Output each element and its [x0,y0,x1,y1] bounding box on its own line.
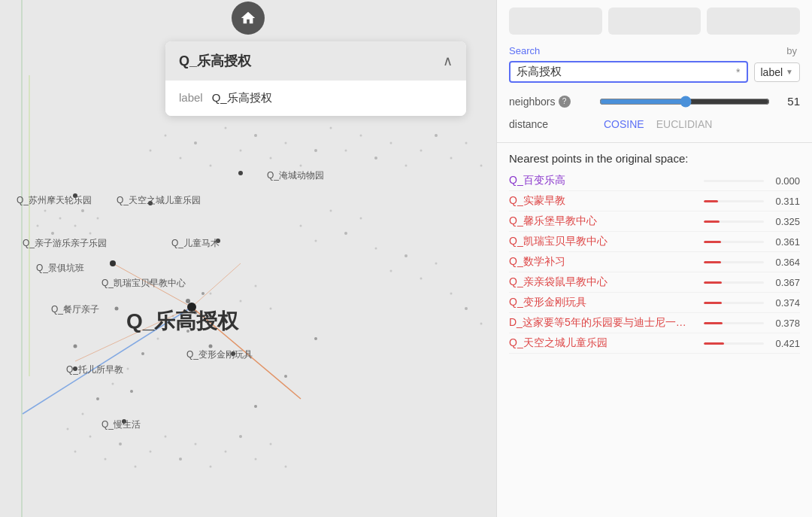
svg-point-102 [122,419,126,424]
svg-point-32 [180,157,182,160]
nearest-val-2: 0.325 [770,216,800,227]
svg-point-40 [300,165,302,167]
svg-point-66 [270,443,272,446]
svg-point-13 [112,383,114,385]
nearest-item-5: Q_亲亲袋鼠早教中心 0.367 [509,272,800,293]
svg-rect-2 [29,75,30,376]
svg-point-38 [270,157,272,160]
svg-point-16 [67,428,69,430]
nearest-link-5[interactable]: Q_亲亲袋鼠早教中心 [509,275,698,289]
nearest-link-8[interactable]: Q_天空之城儿童乐园 [509,336,698,350]
tooltip-popup: Q_乐高授权 ∧ label Q_乐高授权 [165,41,466,116]
svg-point-76 [97,217,99,220]
svg-point-8 [186,330,189,333]
nearest-bar-2 [704,220,720,223]
nearest-section: Nearest points in the original space: Q_… [497,146,812,357]
top-button-2[interactable] [608,8,701,35]
svg-point-31 [165,135,167,137]
home-icon [240,10,256,26]
neighbors-help-icon[interactable]: ? [559,96,571,108]
svg-point-6 [210,293,212,295]
top-button-3[interactable] [707,8,800,35]
slider-wrap [599,96,770,108]
tooltip-chevron-icon[interactable]: ∧ [443,53,453,69]
svg-point-75 [89,233,92,235]
nearest-item-8: Q_天空之城儿童乐园 0.421 [509,333,800,354]
svg-point-57 [135,466,137,468]
svg-point-61 [195,443,197,446]
nearest-val-4: 0.364 [770,257,800,268]
svg-point-46 [390,142,392,144]
svg-point-95 [187,303,196,312]
nearest-item-1: Q_实蒙早教 0.311 [509,191,800,211]
svg-point-33 [194,141,197,144]
svg-point-22 [375,248,377,250]
svg-point-10 [157,338,159,340]
svg-point-21 [360,217,362,220]
tooltip-header: Q_乐高授权 ∧ [165,41,466,81]
search-input[interactable] [517,65,736,78]
svg-point-98 [148,201,153,205]
distance-cosine[interactable]: COSINE [604,118,644,130]
top-button-1[interactable] [509,8,602,35]
svg-point-37 [254,134,257,137]
search-label-row: Search by [509,45,800,56]
nearest-link-0[interactable]: Q_百变乐高 [509,174,698,187]
nearest-val-6: 0.374 [770,297,800,309]
nearest-link-7[interactable]: D_这家要等5年的乐园要与迪士尼一… [509,316,698,330]
neighbors-slider[interactable] [599,96,770,108]
nearest-link-6[interactable]: Q_变形金刚玩具 [509,296,698,309]
nearest-bar-wrap-4 [704,261,764,263]
svg-point-34 [210,165,212,167]
svg-point-100 [238,171,243,175]
nearest-bar-wrap-7 [704,322,764,324]
section-divider [497,142,812,143]
svg-point-17 [300,225,302,227]
home-button[interactable] [232,2,265,35]
right-panel: Search by * label ▼ neighbors ? 5 [496,0,812,517]
svg-point-30 [150,150,152,152]
nearest-item-3: Q_凯瑞宝贝早教中心 0.361 [509,232,800,252]
svg-point-52 [480,165,483,167]
svg-point-64 [239,435,242,438]
svg-point-3 [240,300,242,303]
nearest-link-4[interactable]: Q_数学补习 [509,255,698,269]
nearest-link-1[interactable]: Q_实蒙早教 [509,194,698,208]
distance-section: distance COSINE EUCLIDIAN [497,114,812,139]
svg-point-20 [344,232,347,235]
nearest-bar-wrap-1 [704,200,764,202]
by-select[interactable]: label ▼ [754,62,801,82]
search-label: Search [509,45,540,56]
search-asterisk-button[interactable]: * [736,66,740,78]
svg-point-88 [179,322,182,325]
nearest-item-7: D_这家要等5年的乐园要与迪士尼一… 0.378 [509,313,800,333]
svg-point-7 [270,308,272,310]
svg-point-63 [225,451,227,453]
svg-point-35 [225,127,227,129]
nearest-bar-3 [704,241,721,243]
nearest-item-6: Q_变形金刚玩具 0.374 [509,293,800,313]
svg-point-97 [73,193,77,198]
nearest-bar-wrap-6 [704,302,764,304]
nearest-link-3[interactable]: Q_凯瑞宝贝早教中心 [509,235,698,248]
svg-point-103 [231,351,235,356]
svg-point-29 [480,323,483,325]
nearest-bar-wrap-8 [704,342,764,345]
svg-point-53 [74,451,77,453]
svg-point-28 [465,307,468,310]
tooltip-title: Q_乐高授权 [179,52,251,70]
nearest-link-2[interactable]: Q_馨乐堡早教中心 [509,214,698,228]
distance-euclidian[interactable]: EUCLIDIAN [656,118,713,130]
svg-point-26 [435,263,438,265]
svg-point-86 [186,299,190,303]
svg-point-84 [130,390,133,393]
svg-point-59 [165,436,167,438]
svg-point-89 [201,292,205,295]
svg-point-50 [450,157,453,160]
svg-point-49 [435,134,438,137]
svg-point-58 [150,451,152,453]
svg-point-23 [390,270,392,272]
svg-point-83 [74,345,77,348]
nearest-item-2: Q_馨乐堡早教中心 0.325 [509,211,800,232]
nearest-bar-4 [704,261,721,263]
